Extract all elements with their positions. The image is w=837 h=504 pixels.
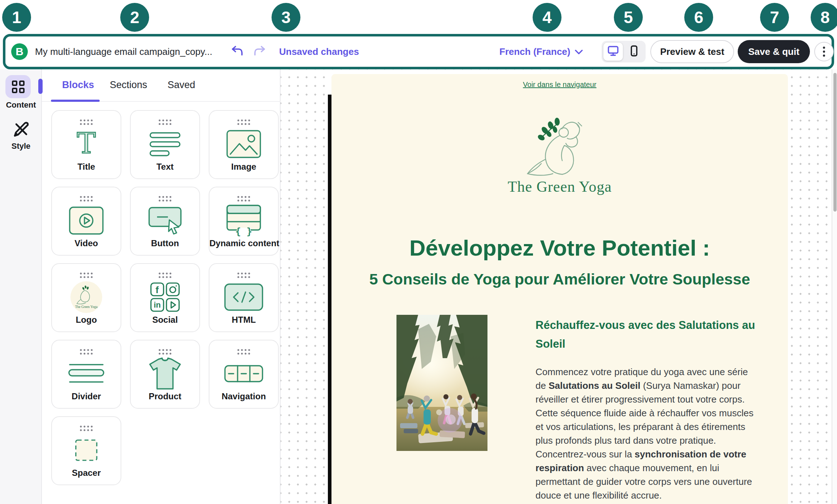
yoga-photo[interactable] <box>396 315 487 451</box>
drag-handle-icon <box>159 120 172 125</box>
block-card-product[interactable]: Product <box>130 340 200 409</box>
title-block-icon: T <box>52 127 121 161</box>
block-card-title[interactable]: T Title <box>51 110 121 179</box>
drag-handle-icon <box>80 349 93 355</box>
annotation-badge-2: 2 <box>120 3 149 32</box>
sidebar-item-style[interactable] <box>12 120 30 139</box>
drag-handle-icon <box>238 196 250 201</box>
social-block-icon: f in <box>131 280 199 314</box>
annotation-badge-8: 8 <box>811 3 837 32</box>
mobile-icon <box>630 45 638 58</box>
block-card-image[interactable]: Image <box>209 110 279 179</box>
button-block-icon <box>131 203 199 238</box>
annotation-badge-3: 3 <box>272 3 300 32</box>
spacer-block-icon <box>52 433 121 468</box>
block-card-video[interactable]: Video <box>51 187 121 256</box>
drag-handle-icon <box>159 196 172 201</box>
redo-icon <box>253 45 266 58</box>
navigation-block-icon <box>209 356 278 391</box>
email-subheading[interactable]: 5 Conseils de Yoga pour Améliorer Votre … <box>331 270 788 288</box>
divider-block-icon <box>52 356 121 391</box>
chevron-down-icon <box>575 46 583 57</box>
block-card-navigation[interactable]: Navigation <box>209 340 279 409</box>
brevo-logo[interactable]: B <box>11 43 28 60</box>
canvas-scrollbar <box>832 69 837 504</box>
drag-handle-icon <box>238 273 250 278</box>
style-pencil-icon <box>12 134 30 140</box>
device-preview-toggle <box>602 41 646 62</box>
svg-text:The Green Yoga: The Green Yoga <box>75 305 98 309</box>
preview-and-test-button[interactable]: Preview & test <box>650 40 734 63</box>
active-section-indicator <box>38 79 43 94</box>
blocks-panel: Blocks Sections Saved T Title Text Image <box>42 69 281 504</box>
svg-text:{ }: { } <box>235 226 252 237</box>
undo-button[interactable] <box>230 44 244 59</box>
dynamic-content-block-icon: { } <box>209 203 278 238</box>
sidebar-item-content-label: Content <box>0 100 42 110</box>
email-canvas: Voir dans le navigateur <box>281 69 832 504</box>
unsaved-changes-status: Unsaved changes <box>279 46 359 57</box>
svg-text:f: f <box>156 284 159 295</box>
block-card-spacer[interactable]: Spacer <box>51 416 121 485</box>
email-left-edge <box>328 95 331 504</box>
drag-handle-icon <box>80 426 93 431</box>
block-card-html[interactable]: HTML <box>209 263 279 332</box>
html-block-icon <box>209 280 278 314</box>
green-yoga-logo <box>515 114 605 179</box>
sidebar-item-style-label: Style <box>0 142 42 151</box>
top-toolbar: B My multi-language email campaign_copy.… <box>3 34 834 69</box>
desktop-view-button[interactable] <box>603 43 623 61</box>
block-card-divider[interactable]: Divider <box>51 340 121 409</box>
tab-sections[interactable]: Sections <box>110 79 147 91</box>
text-block-icon <box>131 127 199 161</box>
active-tab-underline <box>51 100 100 102</box>
more-options-button[interactable] <box>814 42 834 61</box>
brevo-logo-letter: B <box>16 45 23 58</box>
tab-blocks[interactable]: Blocks <box>62 79 94 91</box>
undo-icon <box>231 45 243 58</box>
section-heading: Réchauffez-vous avec des Salutations au … <box>535 316 759 353</box>
mobile-view-button[interactable] <box>624 43 644 61</box>
block-card-text[interactable]: Text <box>130 110 200 179</box>
drag-handle-icon <box>238 120 250 125</box>
svg-text:in: in <box>154 300 161 309</box>
email-heading[interactable]: Développez Votre Potentiel : <box>331 235 788 261</box>
annotation-badge-4: 4 <box>533 3 561 32</box>
drag-handle-icon <box>238 349 250 355</box>
language-label: French (France) <box>499 46 571 57</box>
section-paragraph: Commencez votre pratique du yoga avec un… <box>535 365 759 502</box>
sidebar-item-content[interactable] <box>5 75 31 98</box>
campaign-name[interactable]: My multi-language email campaign_copy... <box>35 46 212 57</box>
scrollbar-thumb[interactable] <box>833 73 837 212</box>
svg-text:T: T <box>77 129 96 160</box>
block-card-logo[interactable]: The Green Yoga Logo <box>51 263 121 332</box>
view-in-browser-link[interactable]: Voir dans le navigateur <box>331 81 788 89</box>
content-grid-icon <box>12 81 25 93</box>
annotation-badge-1: 1 <box>2 3 31 32</box>
block-card-social[interactable]: f in Social <box>130 263 200 332</box>
drag-handle-icon <box>159 349 172 355</box>
video-block-icon <box>52 203 121 238</box>
kebab-icon <box>823 46 825 58</box>
tab-saved[interactable]: Saved <box>168 79 195 91</box>
language-selector[interactable]: French (France) <box>499 46 583 57</box>
block-card-dynamic-content[interactable]: { } Dynamic content <box>209 187 279 256</box>
annotation-badge-7: 7 <box>760 3 789 32</box>
block-card-button[interactable]: Button <box>130 187 200 256</box>
editor-sidebar: Content Style <box>0 69 42 504</box>
annotation-badge-6: 6 <box>684 3 713 32</box>
logo-block-icon: The Green Yoga <box>52 280 121 314</box>
annotation-badge-5: 5 <box>614 3 643 32</box>
email-text-block[interactable]: Réchauffez-vous avec des Salutations au … <box>535 316 759 502</box>
drag-handle-icon <box>80 196 93 201</box>
save-and-quit-button[interactable]: Save & quit <box>738 40 810 63</box>
image-block-icon <box>209 127 278 161</box>
product-block-icon <box>131 356 199 391</box>
drag-handle-icon <box>80 120 93 125</box>
brand-name: The Green Yoga <box>331 178 788 195</box>
drag-handle-icon <box>80 273 93 278</box>
redo-button[interactable] <box>252 44 267 59</box>
desktop-icon <box>607 45 619 58</box>
email-preview[interactable]: Voir dans le navigateur <box>331 74 788 504</box>
drag-handle-icon <box>159 273 172 278</box>
